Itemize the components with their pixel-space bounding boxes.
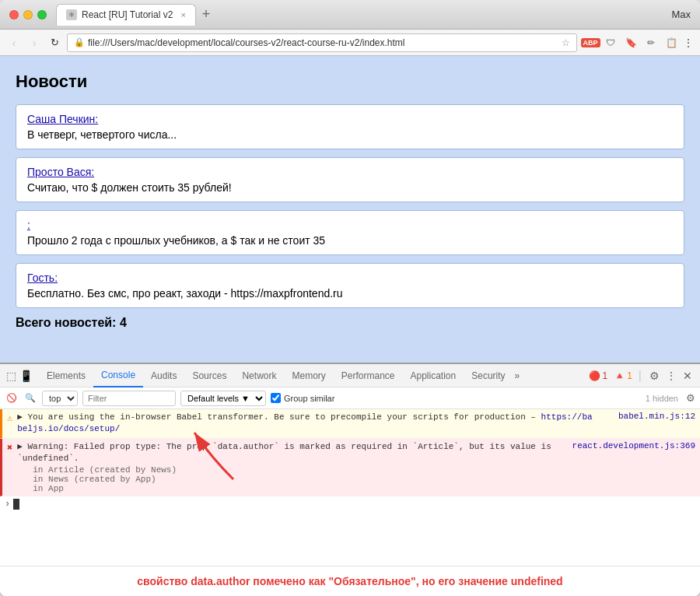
news-card-3: Гость: Бесплатно. Без смс, про реакт, за…	[16, 263, 684, 308]
devtools-panel: ⬚ 📱 ElementsConsoleAuditsSourcesNetworkM…	[0, 363, 700, 596]
error-stack-3: in App	[17, 484, 567, 493]
error-count: 1	[602, 370, 607, 381]
news-text-1: Считаю, что $ должен стоить 35 рублей!	[27, 181, 673, 194]
tab-title: React [RU] Tutorial v2	[82, 9, 173, 20]
tab-close-button[interactable]: ×	[180, 10, 185, 19]
traffic-lights[interactable]	[9, 10, 47, 19]
console-toolbar: 🚫 🔍 top Default levels ▼ Group similar 1…	[0, 387, 700, 409]
abp-badge: ABP	[581, 38, 600, 47]
toolbar-icons: ABP 🛡 🔖 ✏ 📋 ⋮	[582, 34, 694, 51]
error-stack-1: in Article (created by News)	[17, 465, 567, 475]
context-select[interactable]: top	[42, 391, 78, 406]
user-name: Max	[671, 9, 691, 20]
settings-action-icon[interactable]: ⚙	[648, 368, 661, 384]
forward-button[interactable]: ›	[26, 35, 42, 51]
tab-favicon: ⚛	[66, 9, 77, 20]
warning-count: 1	[627, 370, 632, 381]
news-author-0[interactable]: Саша Печкин:	[27, 113, 673, 125]
warning-badge: 🔺 1	[614, 370, 632, 381]
news-author-2[interactable]: :	[27, 219, 673, 231]
filter-input[interactable]	[82, 391, 176, 406]
close-button[interactable]	[9, 10, 19, 19]
extension-icon-3[interactable]: 📋	[663, 34, 680, 51]
devtools-tab-security[interactable]: Security	[464, 364, 513, 387]
abp-icon[interactable]: ABP	[582, 34, 599, 51]
devtools-tab-list: ElementsConsoleAuditsSourcesNetworkMemor…	[39, 364, 513, 387]
news-author-1[interactable]: Просто Вася:	[27, 166, 673, 178]
annotation-text: свойство data.author помечено как "Обяза…	[137, 575, 562, 587]
news-list: Саша Печкин: В четверг, четвертого числа…	[16, 104, 684, 308]
devtools-more-tabs[interactable]: »	[515, 370, 520, 381]
warning-icon: 🔺	[614, 370, 625, 381]
log-levels-select[interactable]: Default levels ▼	[180, 391, 266, 406]
error-text: ▶ Warning: Failed prop type: The prop `d…	[17, 441, 567, 465]
back-button[interactable]: ‹	[6, 35, 22, 51]
news-total: Всего новостей: 4	[16, 316, 684, 330]
close-devtools-icon[interactable]: ✕	[681, 368, 694, 384]
url-bar[interactable]: 🔒 file:///Users/mac/development/local/co…	[67, 33, 577, 52]
error-badge: 🔴 1	[589, 370, 607, 381]
news-text-3: Бесплатно. Без смс, про реакт, заходи - …	[27, 287, 673, 300]
error-stack-2: in News (created by App)	[17, 475, 567, 484]
bookmark-icon[interactable]: ☆	[562, 37, 570, 48]
devtools-tab-audits[interactable]: Audits	[143, 364, 184, 387]
news-text-2: Прошло 2 года с прошлых учебников, а $ т…	[27, 234, 673, 247]
console-prompt: ›	[5, 499, 10, 510]
annotation-area: свойство data.author помечено как "Обяза…	[0, 566, 700, 596]
news-author-3[interactable]: Гость:	[27, 272, 673, 284]
devtools-tab-console[interactable]: Console	[93, 364, 143, 387]
page-title: Новости	[16, 72, 684, 92]
news-card-1: Просто Вася: Считаю, что $ должен стоить…	[16, 157, 684, 202]
devtools-tab-performance[interactable]: Performance	[334, 364, 403, 387]
console-input-line: ›	[0, 496, 700, 512]
console-warning-line: ⚠ ▶ You are using the in-browser Babel t…	[0, 409, 700, 439]
minimize-button[interactable]	[23, 10, 33, 19]
hidden-count: 1 hidden	[646, 394, 678, 403]
separator: |	[639, 369, 642, 383]
console-settings-icon[interactable]: ⚙	[686, 392, 695, 404]
vertical-dots-icon[interactable]: ⋮	[664, 368, 678, 384]
devtools-tab-application[interactable]: Application	[403, 364, 464, 387]
devtools-device-icon[interactable]: 📱	[19, 370, 33, 382]
url-text: file:///Users/mac/development/local/cour…	[88, 37, 404, 48]
extension-icon-2[interactable]: ✏	[642, 34, 660, 51]
devtools-tab-sources[interactable]: Sources	[184, 364, 234, 387]
extension-icon-1[interactable]: 🔖	[622, 34, 639, 51]
warning-line-icon: ⚠	[7, 412, 12, 424]
devtools-tab-network[interactable]: Network	[234, 364, 284, 387]
shield-icon[interactable]: 🛡	[602, 34, 619, 51]
group-similar-label[interactable]: Group similar	[271, 393, 334, 403]
menu-button[interactable]: ⋮	[683, 37, 694, 49]
address-bar: ‹ › ↻ 🔒 file:///Users/mac/development/lo…	[0, 30, 700, 56]
warning-text: ▶ You are using the in-browser Babel tra…	[17, 412, 614, 436]
security-icon: 🔒	[74, 37, 85, 47]
error-source[interactable]: react.development.js:369	[572, 441, 695, 451]
group-similar-checkbox[interactable]	[271, 393, 281, 403]
warning-source[interactable]: babel.min.js:12	[618, 412, 695, 421]
browser-tab[interactable]: ⚛ React [RU] Tutorial v2 ×	[56, 4, 196, 26]
console-output: ⚠ ▶ You are using the in-browser Babel t…	[0, 409, 700, 566]
devtools-tabs: ⬚ 📱 ElementsConsoleAuditsSourcesNetworkM…	[0, 364, 700, 387]
devtools-tab-elements[interactable]: Elements	[39, 364, 93, 387]
console-clear-btn[interactable]: 🚫	[5, 391, 19, 405]
news-card-2: : Прошло 2 года с прошлых учебников, а $…	[16, 210, 684, 255]
console-cursor	[13, 499, 19, 510]
error-line-icon: ✖	[7, 442, 12, 454]
console-filter-btn[interactable]: 🔍	[23, 391, 37, 405]
console-error-line: ✖ ▶ Warning: Failed prop type: The prop …	[0, 439, 700, 496]
maximize-button[interactable]	[37, 10, 47, 19]
page-content: Новости Саша Печкин: В четверг, четверто…	[0, 56, 700, 363]
devtools-inspect-icon[interactable]: ⬚	[6, 370, 16, 382]
new-tab-button[interactable]: +	[202, 6, 211, 23]
babel-link[interactable]: https://ba beljs.io/docs/setup/	[17, 412, 592, 433]
error-icon: 🔴	[589, 370, 600, 381]
refresh-button[interactable]: ↻	[47, 35, 62, 51]
news-text-0: В четверг, четвертого числа...	[27, 128, 673, 141]
news-card-0: Саша Печкин: В четверг, четвертого числа…	[16, 104, 684, 149]
devtools-tab-memory[interactable]: Memory	[284, 364, 333, 387]
